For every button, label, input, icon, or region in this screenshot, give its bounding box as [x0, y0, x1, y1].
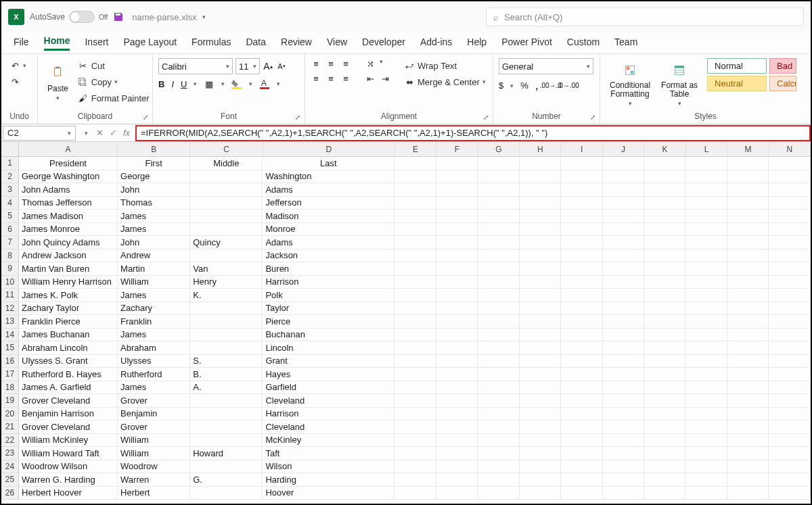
cell[interactable] [727, 329, 769, 342]
cell[interactable]: Harrison [263, 276, 394, 289]
cell[interactable]: Buren [263, 262, 394, 276]
cell[interactable] [478, 315, 519, 329]
cell[interactable] [478, 276, 519, 289]
cell[interactable] [769, 329, 810, 342]
cell[interactable] [727, 473, 769, 487]
cell[interactable] [685, 197, 727, 210]
cell[interactable] [727, 315, 769, 329]
cell[interactable]: K. [190, 289, 263, 302]
cell[interactable] [190, 329, 263, 342]
cell[interactable] [685, 381, 727, 395]
cell[interactable]: Martin Van Buren [19, 262, 118, 276]
cell[interactable] [685, 447, 727, 460]
cell[interactable] [727, 289, 769, 302]
cell[interactable] [394, 420, 436, 434]
cell[interactable]: James [118, 210, 190, 223]
cell[interactable]: Grover [118, 394, 190, 408]
cell[interactable] [561, 460, 602, 474]
col-header[interactable]: E [395, 142, 436, 157]
cell[interactable] [394, 183, 436, 197]
cell[interactable]: President [19, 157, 118, 170]
cell[interactable] [520, 276, 561, 289]
row-header[interactable]: 13 [1, 315, 19, 329]
cell[interactable] [561, 276, 602, 289]
cell[interactable]: William Henry Harrison [19, 276, 118, 289]
cell[interactable]: Cleveland [263, 420, 394, 434]
cell[interactable] [644, 276, 685, 289]
cell[interactable] [603, 315, 644, 329]
cell[interactable] [394, 341, 436, 355]
cell[interactable] [727, 236, 769, 249]
comma-button[interactable]: , [535, 78, 539, 93]
cell[interactable]: Thomas Jefferson [19, 197, 118, 210]
cell[interactable] [520, 434, 561, 448]
col-header[interactable]: F [436, 142, 478, 157]
currency-button[interactable]: $ [499, 80, 503, 91]
cell[interactable]: Franklin Pierce [19, 315, 118, 329]
cell[interactable]: A. [190, 381, 263, 395]
cell[interactable] [520, 170, 561, 184]
cell[interactable] [644, 341, 685, 355]
row-header[interactable]: 14 [1, 329, 19, 342]
cell[interactable] [478, 210, 519, 223]
cell[interactable] [394, 302, 436, 316]
col-header[interactable]: B [118, 142, 190, 157]
cell[interactable] [561, 329, 602, 342]
cell[interactable] [436, 170, 478, 184]
cell[interactable] [727, 262, 769, 276]
cell[interactable] [478, 302, 519, 316]
cell[interactable] [561, 302, 602, 316]
cell[interactable] [520, 381, 561, 395]
cell[interactable]: Rutherford [118, 368, 190, 381]
tab-data[interactable]: Data [246, 37, 266, 50]
cell[interactable]: Grover [118, 420, 190, 434]
cell[interactable] [394, 381, 436, 395]
cell[interactable]: First [118, 157, 190, 170]
row-header[interactable]: 23 [1, 447, 19, 460]
cell[interactable]: Buchanan [263, 329, 394, 342]
cell[interactable]: Lincoln [263, 341, 394, 355]
cell[interactable] [603, 329, 644, 342]
cell[interactable] [561, 170, 602, 184]
row-header[interactable]: 19 [1, 394, 19, 408]
cell[interactable]: Jackson [263, 249, 394, 263]
cell[interactable] [561, 408, 602, 421]
cell[interactable] [603, 355, 644, 368]
cell[interactable] [561, 447, 602, 460]
cell[interactable] [644, 487, 685, 500]
cell[interactable] [561, 236, 602, 249]
cell[interactable] [685, 460, 727, 474]
cell[interactable]: Pierce [263, 315, 394, 329]
cell[interactable] [436, 420, 478, 434]
cell[interactable] [478, 262, 519, 276]
row-header[interactable]: 22 [1, 434, 19, 448]
cell[interactable] [603, 381, 644, 395]
cell[interactable] [561, 394, 602, 408]
cell[interactable] [727, 408, 769, 421]
cell[interactable] [769, 249, 810, 263]
cell[interactable] [478, 341, 519, 355]
cell[interactable] [478, 183, 519, 197]
cell[interactable] [603, 394, 644, 408]
cell[interactable] [769, 197, 810, 210]
cell[interactable] [685, 408, 727, 421]
cell[interactable]: Grant [263, 355, 394, 368]
paste-button[interactable]: Paste▾ [43, 58, 72, 104]
cell[interactable]: John [118, 183, 190, 197]
col-header[interactable]: I [561, 142, 602, 157]
align-middle-icon[interactable]: ≡ [325, 58, 336, 69]
cell[interactable] [520, 473, 561, 487]
cell[interactable]: G. [190, 473, 263, 487]
cell[interactable]: Abraham [118, 341, 190, 355]
cell[interactable] [769, 157, 810, 170]
cell[interactable] [520, 236, 561, 249]
tab-help[interactable]: Help [467, 37, 487, 50]
cell[interactable] [644, 210, 685, 223]
cell[interactable] [727, 460, 769, 474]
cell[interactable] [644, 329, 685, 342]
col-header[interactable]: J [603, 142, 644, 157]
cell[interactable] [603, 197, 644, 210]
cell[interactable] [727, 341, 769, 355]
cell[interactable] [644, 236, 685, 249]
cell[interactable]: James Monroe [19, 223, 118, 237]
